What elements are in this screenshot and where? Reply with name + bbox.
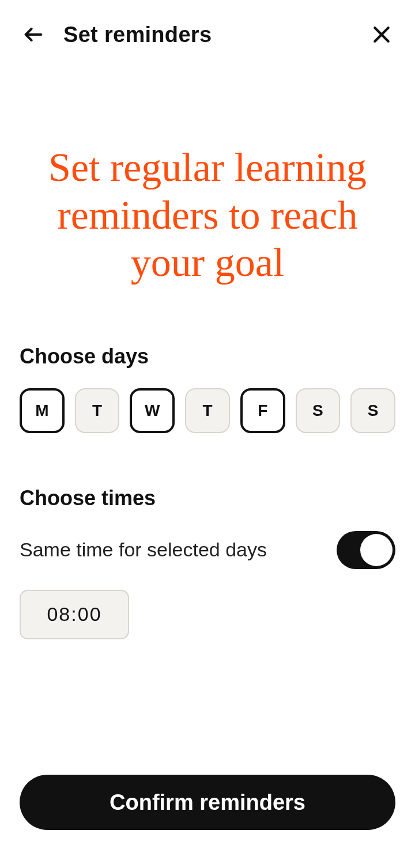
choose-days-label: Choose days xyxy=(0,344,415,369)
day-chip-3[interactable]: T xyxy=(185,388,230,433)
arrow-left-icon xyxy=(22,23,45,46)
page-title: Set reminders xyxy=(63,22,212,47)
day-chip-1[interactable]: T xyxy=(75,388,120,433)
confirm-reminders-button[interactable]: Confirm reminders xyxy=(20,775,395,830)
day-chip-0[interactable]: M xyxy=(20,388,65,433)
day-chip-2[interactable]: W xyxy=(130,388,175,433)
day-chip-6[interactable]: S xyxy=(350,388,395,433)
choose-times-section: Choose times Same time for selected days… xyxy=(0,486,415,639)
same-time-label: Same time for selected days xyxy=(20,539,267,561)
day-chip-4[interactable]: F xyxy=(240,388,285,433)
close-icon xyxy=(370,23,393,46)
day-chip-5[interactable]: S xyxy=(296,388,341,433)
same-time-row: Same time for selected days xyxy=(0,531,415,569)
choose-days-section: Choose days MTWTFSS xyxy=(0,344,415,433)
close-button[interactable] xyxy=(368,21,395,48)
toggle-knob xyxy=(360,534,393,566)
time-picker[interactable]: 08:00 xyxy=(20,590,129,639)
choose-times-label: Choose times xyxy=(0,486,415,510)
header: Set reminders xyxy=(0,0,415,69)
back-button[interactable] xyxy=(20,21,47,48)
headline: Set regular learning reminders to reach … xyxy=(0,144,415,287)
day-row: MTWTFSS xyxy=(0,388,415,433)
same-time-toggle[interactable] xyxy=(337,531,395,569)
